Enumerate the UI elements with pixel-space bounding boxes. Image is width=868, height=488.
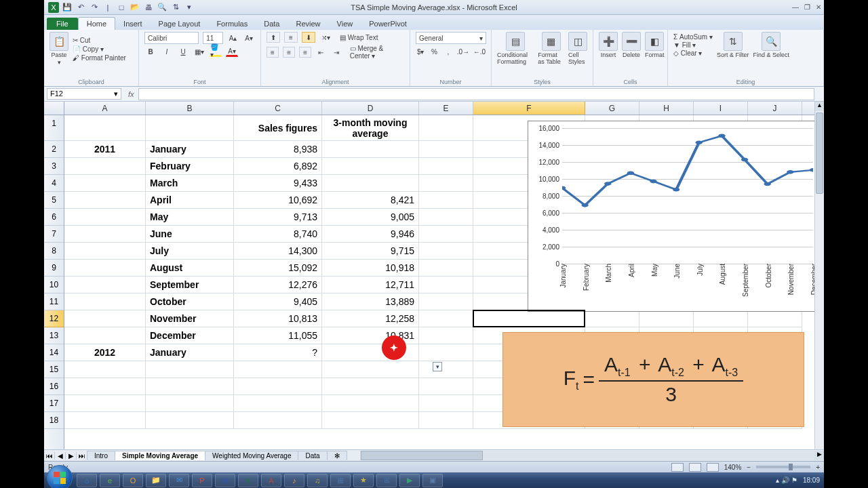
cell-B11[interactable]: October bbox=[146, 293, 234, 310]
cell-C2[interactable]: 8,938 bbox=[234, 141, 322, 158]
paste-button[interactable]: 📋Paste▾ bbox=[50, 32, 68, 66]
wrap-text-button[interactable]: ▤ Wrap Text bbox=[340, 34, 378, 41]
taskbar-app-7[interactable]: X bbox=[238, 474, 258, 487]
row-header-3[interactable]: 3 bbox=[44, 158, 64, 175]
zoom-out-icon[interactable]: − bbox=[747, 464, 751, 471]
cell-D16[interactable] bbox=[322, 378, 419, 395]
cell-A7[interactable] bbox=[64, 226, 146, 243]
sort-filter-button[interactable]: ⇅Sort & Filter bbox=[717, 32, 749, 58]
cell-C5[interactable]: 10,692 bbox=[234, 192, 322, 209]
tab-review[interactable]: Review bbox=[288, 18, 328, 30]
fx-icon[interactable]: fx bbox=[124, 90, 138, 98]
align-right-icon[interactable]: ≡ bbox=[299, 47, 311, 58]
cell-A14[interactable]: 2012 bbox=[64, 344, 146, 361]
cell-G12[interactable] bbox=[585, 310, 639, 327]
formula-input[interactable] bbox=[138, 88, 814, 100]
cell-F12[interactable] bbox=[473, 310, 585, 327]
sheet-next-icon[interactable]: ▶ bbox=[66, 452, 77, 460]
save-icon[interactable]: 💾 bbox=[62, 2, 73, 13]
cell-A2[interactable]: 2011 bbox=[64, 141, 146, 158]
cell-C1[interactable]: Sales figures bbox=[234, 115, 322, 141]
new-icon[interactable]: □ bbox=[116, 2, 127, 13]
row-header-11[interactable]: 11 bbox=[44, 293, 64, 310]
column-header-G[interactable]: G bbox=[585, 102, 639, 115]
column-header-D[interactable]: D bbox=[322, 102, 419, 115]
taskbar-app-14[interactable]: ▶ bbox=[399, 474, 420, 487]
sheet-first-icon[interactable]: ⏮ bbox=[44, 452, 55, 460]
cell-D18[interactable] bbox=[322, 412, 419, 429]
sheet-tab-data[interactable]: Data bbox=[298, 451, 327, 460]
cell-B13[interactable]: December bbox=[146, 327, 234, 344]
cell-A8[interactable] bbox=[64, 243, 146, 260]
cell-E10[interactable] bbox=[419, 277, 473, 293]
row-header-17[interactable]: 17 bbox=[44, 395, 64, 412]
cell-B10[interactable]: September bbox=[146, 277, 234, 293]
horizontal-scrollbar[interactable]: ◀▶ bbox=[361, 451, 824, 460]
number-format-select[interactable]: General▾ bbox=[416, 32, 486, 44]
dec-decimal-icon[interactable]: ←.0 bbox=[473, 46, 486, 57]
sheet-tab-weighted-moving-average[interactable]: Weighted Moving Average bbox=[205, 451, 298, 460]
cell-D11[interactable]: 13,889 bbox=[322, 293, 419, 310]
restore-icon[interactable]: ❐ bbox=[804, 3, 810, 11]
taskbar-app-6[interactable]: W bbox=[215, 474, 235, 487]
cell-A4[interactable] bbox=[64, 175, 146, 192]
cell-B3[interactable]: February bbox=[146, 158, 234, 175]
font-color-button[interactable]: A▾ bbox=[226, 46, 238, 57]
format-as-table-button[interactable]: ▦Format as Table bbox=[538, 32, 564, 65]
zoom-slider[interactable] bbox=[756, 466, 810, 468]
align-bottom-icon[interactable]: ⬇ bbox=[302, 32, 315, 43]
taskbar-app-1[interactable]: e bbox=[100, 474, 120, 487]
grow-font-icon[interactable]: A▴ bbox=[227, 33, 239, 43]
indent-inc-icon[interactable]: ⇥ bbox=[330, 47, 341, 58]
currency-icon[interactable]: $▾ bbox=[416, 46, 425, 57]
cell-E15[interactable] bbox=[419, 361, 473, 378]
cell-C15[interactable] bbox=[234, 361, 322, 378]
cell-H12[interactable] bbox=[639, 310, 694, 327]
find-select-button[interactable]: 🔍Find & Select bbox=[753, 32, 789, 58]
bold-button[interactable]: B bbox=[144, 46, 157, 57]
cell-D3[interactable] bbox=[322, 158, 419, 175]
row-header-5[interactable]: 5 bbox=[44, 192, 64, 209]
cell-D12[interactable]: 12,258 bbox=[322, 310, 419, 327]
taskbar-app-0[interactable]: ⌂ bbox=[77, 474, 97, 487]
cell-A9[interactable] bbox=[64, 260, 146, 277]
cell-B8[interactable]: July bbox=[146, 243, 234, 260]
cell-I12[interactable] bbox=[694, 310, 748, 327]
cell-A6[interactable] bbox=[64, 209, 146, 226]
name-box[interactable]: F12▾ bbox=[47, 88, 121, 100]
sheet-tab-simple-moving-average[interactable]: Simple Moving Average bbox=[115, 451, 205, 460]
cell-B14[interactable]: January bbox=[146, 344, 234, 361]
taskbar-app-13[interactable]: ⊞ bbox=[376, 474, 397, 487]
column-header-B[interactable]: B bbox=[146, 102, 234, 115]
cell-J12[interactable] bbox=[748, 310, 802, 327]
cell-C14[interactable]: ? bbox=[234, 344, 322, 361]
row-header-2[interactable]: 2 bbox=[44, 141, 64, 158]
sheet-last-icon[interactable]: ⏭ bbox=[77, 452, 87, 460]
taskbar-app-8[interactable]: A bbox=[261, 474, 281, 487]
cell-E14[interactable] bbox=[419, 344, 473, 361]
taskbar-app-4[interactable]: ✉ bbox=[169, 474, 189, 487]
orientation-icon[interactable]: ⤭▾ bbox=[319, 32, 332, 43]
taskbar-app-9[interactable]: ♪ bbox=[284, 474, 304, 487]
taskbar-app-5[interactable]: P bbox=[192, 474, 212, 487]
cell-B5[interactable]: April bbox=[146, 192, 234, 209]
cell-A10[interactable] bbox=[64, 277, 146, 293]
cell-C3[interactable]: 6,892 bbox=[234, 158, 322, 175]
taskbar-app-10[interactable]: ♫ bbox=[307, 474, 328, 487]
underline-button[interactable]: U bbox=[177, 46, 189, 57]
cell-C17[interactable] bbox=[234, 395, 322, 412]
row-header-12[interactable]: 12 bbox=[44, 310, 64, 327]
fill-color-button[interactable]: 🪣▾ bbox=[210, 46, 222, 57]
row-header-14[interactable]: 14 bbox=[44, 344, 64, 361]
sheet-prev-icon[interactable]: ◀ bbox=[55, 452, 66, 460]
row-header-1[interactable]: 1 bbox=[44, 115, 64, 141]
cell-C16[interactable] bbox=[234, 378, 322, 395]
cell-E5[interactable] bbox=[419, 192, 473, 209]
cell-E16[interactable] bbox=[419, 378, 473, 395]
cell-B6[interactable]: May bbox=[146, 209, 234, 226]
font-name-select[interactable]: Calibri bbox=[144, 32, 199, 44]
comma-icon[interactable]: , bbox=[443, 46, 453, 57]
page-break-view-icon[interactable] bbox=[707, 463, 719, 472]
tab-powerpivot[interactable]: PowerPivot bbox=[361, 18, 415, 30]
conditional-formatting-button[interactable]: ▤Conditional Formatting bbox=[497, 32, 534, 65]
